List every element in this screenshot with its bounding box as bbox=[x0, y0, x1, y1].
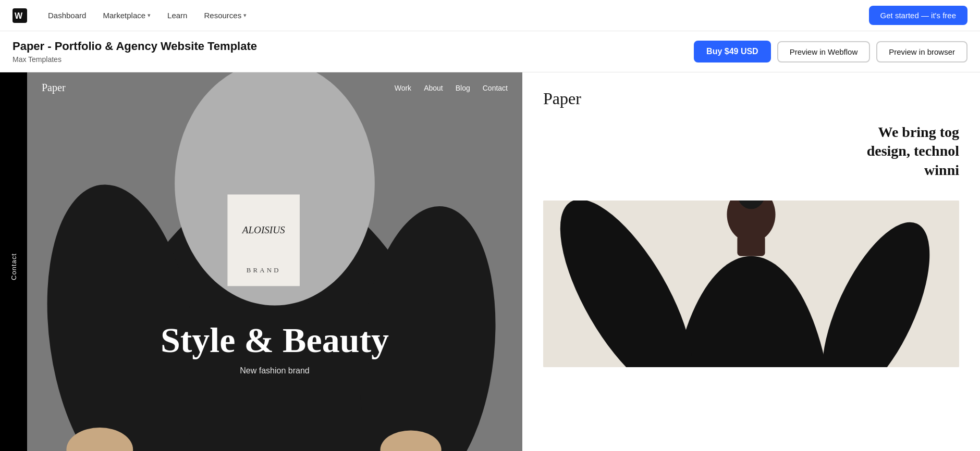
template-nav-links: Work About Blog Contact bbox=[395, 84, 508, 92]
preview-webflow-button[interactable]: Preview in Webflow bbox=[777, 41, 871, 62]
nav-marketplace[interactable]: Marketplace ▾ bbox=[96, 8, 157, 23]
template-title: Paper - Portfolio & Agency Website Templ… bbox=[13, 40, 685, 53]
right-panel: Paper We bring tog design, technol winni bbox=[522, 72, 980, 451]
hero-title: Style & Beauty bbox=[27, 321, 522, 360]
resources-chevron-icon: ▾ bbox=[243, 12, 247, 19]
buy-button[interactable]: Buy $49 USD bbox=[694, 41, 771, 62]
template-nav-blog[interactable]: Blog bbox=[456, 84, 470, 92]
nav-resources[interactable]: Resources ▾ bbox=[198, 8, 253, 23]
webflow-logo[interactable]: W bbox=[13, 8, 27, 23]
template-logo: Paper bbox=[42, 82, 395, 94]
template-nav: Paper Work About Blog Contact bbox=[27, 72, 522, 103]
hero-text: Style & Beauty New fashion brand bbox=[27, 321, 522, 375]
template-nav-contact[interactable]: Contact bbox=[483, 84, 508, 92]
right-image-preview bbox=[543, 201, 959, 367]
template-nav-work[interactable]: Work bbox=[395, 84, 411, 92]
right-panel-title: Paper bbox=[543, 89, 959, 108]
preview-inner: ALOISIUS BRAND Paper Work About Blog Con… bbox=[27, 72, 522, 451]
main-content: Contact bbox=[0, 72, 980, 451]
right-panel-tagline: We bring tog design, technol winni bbox=[543, 123, 959, 180]
navbar: W Dashboard Marketplace ▾ Learn Resource… bbox=[0, 0, 980, 31]
nav-dashboard[interactable]: Dashboard bbox=[42, 8, 92, 23]
nav-learn[interactable]: Learn bbox=[161, 8, 193, 23]
template-nav-about[interactable]: About bbox=[424, 84, 443, 92]
fashion-image-svg: ALOISIUS BRAND bbox=[27, 72, 522, 451]
get-started-button[interactable]: Get started — it's free bbox=[869, 6, 967, 25]
template-author: Max Templates bbox=[13, 55, 685, 64]
template-header: Paper - Portfolio & Agency Website Templ… bbox=[0, 31, 980, 72]
svg-text:ALOISIUS: ALOISIUS bbox=[241, 224, 285, 235]
hero-subtitle: New fashion brand bbox=[27, 366, 522, 375]
right-panel-image-svg bbox=[543, 201, 959, 367]
svg-text:BRAND: BRAND bbox=[247, 267, 281, 274]
template-actions: Buy $49 USD Preview in Webflow Preview i… bbox=[694, 41, 967, 62]
nav-links: Dashboard Marketplace ▾ Learn Resources … bbox=[42, 8, 869, 23]
preview-browser-button[interactable]: Preview in browser bbox=[876, 41, 967, 62]
preview-panel: ALOISIUS BRAND Paper Work About Blog Con… bbox=[27, 72, 522, 451]
marketplace-chevron-icon: ▾ bbox=[148, 12, 151, 19]
template-info: Paper - Portfolio & Agency Website Templ… bbox=[13, 40, 685, 64]
svg-rect-18 bbox=[737, 235, 765, 256]
svg-text:W: W bbox=[15, 11, 23, 20]
contact-sidebar[interactable]: Contact bbox=[0, 72, 27, 451]
